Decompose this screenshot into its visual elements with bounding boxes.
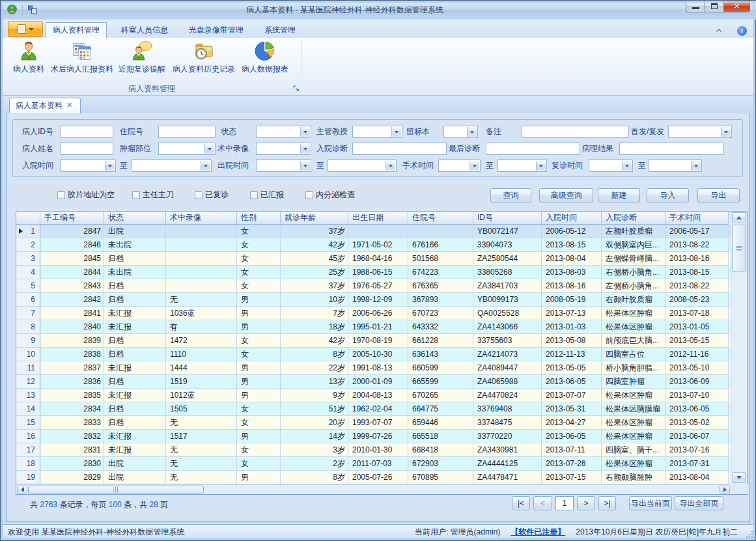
- table-row[interactable]: 182830出院无女2岁2011-07-03672903ZA4444125201…: [16, 457, 731, 471]
- table-row[interactable]: 112837未汇报1444男22岁1991-08-13660599ZA40894…: [16, 361, 731, 375]
- search-input-r2-1[interactable]: [60, 143, 113, 155]
- maximize-button[interactable]: [705, 1, 724, 12]
- table-row[interactable]: 42844未出院女25岁1988-06-15674223338052682013…: [16, 266, 731, 279]
- scroll-up-button[interactable]: [732, 212, 746, 223]
- export-all-pages-button[interactable]: 导出全部页: [675, 496, 723, 510]
- grid-column-header[interactable]: 住院号: [408, 212, 473, 225]
- scroll-down-button[interactable]: [733, 472, 746, 483]
- table-row[interactable]: 132835未汇报1012蓝男9岁2004-08-13670265ZA44708…: [16, 389, 731, 402]
- status-registered-link[interactable]: 【软件已注册】: [511, 525, 565, 540]
- ribbon-button-data-reports[interactable]: 病人数据报表: [238, 39, 292, 75]
- table-row[interactable]: 192829出院无男8岁2005-07-26670895ZA4478471201…: [16, 471, 731, 484]
- table-row[interactable]: 172831未汇报无女3岁2010-01-30668418ZA343098120…: [16, 443, 731, 457]
- combo-arrow-icon[interactable]: [622, 161, 632, 171]
- search-combo-r1-4[interactable]: [352, 126, 402, 138]
- search-input-r1-6[interactable]: [522, 126, 629, 138]
- combo-arrow-icon[interactable]: [469, 161, 479, 171]
- search-combo-r1-3[interactable]: [256, 126, 311, 138]
- collapse-ribbon-icon[interactable]: [715, 27, 723, 36]
- search-input-r1-2[interactable]: [158, 126, 216, 138]
- combo-arrow-icon[interactable]: [300, 144, 310, 154]
- filter-checkbox-3[interactable]: 已复诊: [195, 189, 229, 201]
- minimize-button[interactable]: [686, 1, 705, 12]
- table-row[interactable]: 22846未出院女42岁1971-05-02676166339040732013…: [16, 238, 731, 252]
- combo-arrow-icon[interactable]: [721, 127, 731, 137]
- search-combo-r3-8[interactable]: [649, 160, 702, 172]
- combo-arrow-icon[interactable]: [105, 161, 115, 171]
- search-combo-r3-1[interactable]: [60, 160, 116, 172]
- grid-column-header[interactable]: ID号: [473, 212, 542, 225]
- table-row[interactable]: 142834归档1505女51岁1962-02-0466477533769408…: [16, 402, 731, 416]
- horizontal-scrollbar[interactable]: [16, 484, 731, 494]
- search-combo-r3-3[interactable]: [256, 160, 311, 172]
- combo-arrow-icon[interactable]: [300, 161, 310, 171]
- info-icon[interactable]: i: [737, 26, 747, 36]
- dialog-launcher-icon[interactable]: [293, 85, 301, 93]
- close-tab-icon[interactable]: ✕: [66, 102, 74, 109]
- filter-checkbox-2[interactable]: 主任主刀: [132, 189, 174, 201]
- scroll-left-button[interactable]: [17, 486, 27, 493]
- combo-arrow-icon[interactable]: [204, 144, 214, 154]
- tab-patient-basic-data[interactable]: 病人基本资料 ✕: [9, 98, 81, 113]
- table-row[interactable]: 92839归档1472女42岁1970-08-19661228337556032…: [16, 334, 731, 348]
- search-combo-r2-2[interactable]: [158, 143, 216, 155]
- next-page-button[interactable]: >: [577, 496, 595, 510]
- table-row[interactable]: 122836归档1519男13岁2000-01-09665599ZA406598…: [16, 375, 731, 389]
- ribbon-tab-1[interactable]: 病人资料管理: [46, 22, 107, 38]
- ribbon-button-post-op-report[interactable]: 术后病人汇报资料: [52, 39, 112, 75]
- vertical-scroll-thumb[interactable]: [732, 225, 746, 271]
- last-page-button[interactable]: >|: [598, 496, 616, 510]
- export-button[interactable]: 导出: [697, 188, 740, 202]
- horizontal-scroll-thumb[interactable]: [28, 486, 204, 493]
- app-menu-button[interactable]: [8, 21, 43, 37]
- combo-arrow-icon[interactable]: [467, 127, 477, 137]
- grid-column-header[interactable]: 入院诊断: [602, 212, 665, 225]
- ribbon-tab-2[interactable]: 科室人员信息: [115, 22, 175, 38]
- query-button[interactable]: 查询: [490, 188, 531, 202]
- search-input-r2-5[interactable]: [486, 143, 580, 155]
- close-button[interactable]: ✕: [724, 1, 750, 12]
- ribbon-tab-3[interactable]: 光盘录像带管理: [182, 22, 250, 38]
- ribbon-tab-4[interactable]: 系统管理: [258, 22, 302, 38]
- table-row[interactable]: 62842归档无男10岁1998-12-09367893YB0099173200…: [16, 293, 731, 307]
- search-input-r1-1[interactable]: [60, 126, 113, 138]
- table-row[interactable]: 72841未汇报1036蓝男7岁2006-06-26670723QA002552…: [16, 307, 731, 320]
- grid-column-header[interactable]: 入院时间: [542, 212, 602, 225]
- search-combo-r3-5[interactable]: [438, 160, 481, 172]
- grid-column-header[interactable]: 性别: [237, 212, 281, 225]
- page-number-input[interactable]: 1: [555, 496, 574, 510]
- scroll-right-button[interactable]: [720, 486, 730, 493]
- grid-column-header[interactable]: 出生日期: [348, 212, 408, 225]
- grid-column-header[interactable]: 手工编号: [40, 212, 104, 225]
- table-row[interactable]: 152833归档无女20岁1993-07-0765944633748475201…: [16, 416, 731, 430]
- import-button[interactable]: 导入: [647, 188, 689, 202]
- search-input-r2-6[interactable]: [619, 143, 724, 155]
- filter-checkbox-1[interactable]: 胶片地址为空: [57, 189, 115, 201]
- resize-grip[interactable]: [746, 531, 753, 538]
- grid-column-header[interactable]: 手术时间: [665, 212, 729, 225]
- filter-checkbox-4[interactable]: 已汇报: [250, 189, 284, 201]
- prev-page-button[interactable]: <: [533, 496, 552, 510]
- table-row[interactable]: 12847出院女37岁YB00721472006-05-12左额叶胶质瘤2006…: [16, 225, 731, 238]
- ribbon-button-revisit-reminder[interactable]: 近期复诊提醒: [115, 39, 169, 75]
- search-combo-r3-4[interactable]: [328, 160, 397, 172]
- search-combo-r2-3[interactable]: [256, 143, 311, 155]
- search-combo-r1-7[interactable]: [668, 126, 732, 138]
- new-button[interactable]: 新建: [598, 188, 640, 202]
- first-page-button[interactable]: |<: [512, 496, 530, 510]
- grid-column-header[interactable]: 就诊年龄: [281, 212, 348, 225]
- table-row[interactable]: 32845归档女45岁1968-04-16501568ZA25805442013…: [16, 252, 731, 266]
- ribbon-button-history-records[interactable]: 病人资料历史记录: [172, 39, 236, 75]
- vertical-scrollbar[interactable]: [731, 212, 747, 484]
- search-combo-r3-7[interactable]: [589, 160, 633, 172]
- search-input-r2-4[interactable]: [352, 143, 447, 155]
- table-row[interactable]: 162832未汇报1517男14岁1999-07-266655183377022…: [16, 430, 731, 443]
- advanced-query-button[interactable]: 高级查询: [539, 188, 593, 202]
- grid-column-header[interactable]: 状态: [104, 212, 166, 225]
- search-combo-r1-5[interactable]: [443, 126, 478, 138]
- ribbon-button-patient-data[interactable]: 病人资料: [8, 39, 49, 75]
- combo-arrow-icon[interactable]: [691, 161, 701, 171]
- combo-arrow-icon[interactable]: [391, 127, 401, 137]
- export-current-page-button[interactable]: 导出当前页: [629, 496, 672, 510]
- combo-arrow-icon[interactable]: [201, 161, 210, 171]
